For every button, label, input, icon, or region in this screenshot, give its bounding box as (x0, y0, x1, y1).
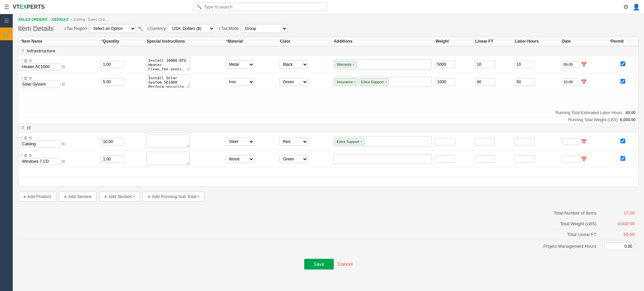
row-drag-icon[interactable]: ⠿ (20, 136, 23, 140)
weight-input[interactable] (435, 78, 455, 86)
row-delete-icon[interactable]: 🗑 (24, 58, 28, 63)
weight-input[interactable] (435, 138, 455, 145)
color-select[interactable]: BlackGreenRedBlueWhite (279, 155, 308, 163)
special-instructions-textarea[interactable]: Install Solar System SE1000 Perform secu… (146, 75, 190, 88)
item-name-input[interactable] (20, 158, 60, 165)
item-name-input[interactable] (20, 63, 60, 70)
linear-ft-input[interactable] (475, 78, 495, 86)
currency-label: ℹ Currency (147, 26, 166, 31)
row-drag-icon[interactable]: ⠿ (20, 76, 23, 81)
labor-hours-input[interactable] (515, 78, 535, 86)
special-instructions-textarea[interactable] (146, 134, 190, 148)
color-select[interactable]: BlackGreenRedBlueWhite (279, 60, 308, 68)
color-select[interactable]: BlackGreenRedBlueWhite (279, 138, 308, 146)
add-section-button[interactable]: + Add Section ▾ (99, 192, 140, 202)
additions-container: Extra Support × (333, 137, 432, 147)
item-name-cell: ⠿ 🗑 ⚙ ⧉ (18, 73, 99, 91)
row-delete-icon[interactable]: 🗑 (24, 153, 28, 158)
add-service-button[interactable]: + Add Service (59, 192, 97, 202)
calendar-icon[interactable]: 📅 (581, 156, 587, 162)
labor-hours-input[interactable] (515, 61, 535, 68)
currency-select[interactable]: USA, Dollars ($) (168, 24, 215, 33)
search-bar: 🔍 (193, 3, 327, 11)
row-drag-icon[interactable]: ⠿ (20, 153, 23, 158)
tax-mode-select[interactable]: Group (240, 24, 287, 33)
calendar-icon[interactable]: 📅 (581, 139, 587, 144)
linear-ft-cell (473, 150, 513, 168)
material-select[interactable]: MetalIronSteelWoodAluminum (226, 155, 254, 163)
quantity-input[interactable] (101, 61, 124, 68)
linear-ft-input[interactable] (475, 138, 495, 145)
row-settings-icon[interactable]: ⚙ (29, 76, 32, 81)
linear-ft-input[interactable] (475, 155, 495, 163)
quantity-input[interactable] (101, 78, 124, 86)
row-drag-icon[interactable]: ⠿ (20, 58, 23, 63)
tag-remove-button[interactable]: × (354, 80, 356, 84)
special-instructions-textarea[interactable] (146, 152, 190, 165)
currency-field: ℹ Currency USA, Dollars ($) (147, 24, 215, 33)
tax-region-select[interactable]: Select an Option (89, 24, 136, 33)
sidebar-menu-icon[interactable]: ☰ (0, 14, 13, 27)
section-drag-handle[interactable]: ⠿ (21, 48, 24, 53)
material-select[interactable]: MetalIronSteelWoodAluminum (226, 78, 254, 86)
material-select[interactable]: MetalIronSteelWoodAluminum (226, 60, 254, 68)
wrench-icon[interactable]: 🔧 (138, 26, 143, 31)
row-delete-icon[interactable]: 🗑 (24, 76, 28, 81)
cancel-button[interactable]: Cancel (338, 259, 353, 270)
item-name-input[interactable] (20, 81, 60, 88)
quantity-input[interactable] (101, 138, 124, 145)
labor-hours-input[interactable] (515, 138, 535, 145)
row-delete-icon[interactable]: 🗑 (24, 136, 28, 140)
stack-icon[interactable]: ⧉ (62, 141, 65, 146)
save-button[interactable]: Save (304, 259, 334, 270)
col-item-name: *Item Name (18, 37, 99, 46)
date-input[interactable] (562, 61, 580, 68)
search-input[interactable] (204, 4, 323, 9)
calendar-icon[interactable]: 📅 (581, 79, 587, 85)
weight-input[interactable] (435, 155, 455, 163)
row-settings-icon[interactable]: ⚙ (29, 58, 32, 63)
stack-icon[interactable]: ⧉ (62, 64, 65, 69)
date-input[interactable] (562, 79, 580, 85)
tag-label: Warranty (337, 62, 352, 66)
breadcrumb-default[interactable]: Default (52, 17, 69, 21)
stack-icon[interactable]: ⧉ (62, 82, 65, 87)
add-running-sub-total-button[interactable]: + Add Running Sub Total ▾ (143, 192, 204, 202)
user-icon[interactable]: 👤 (633, 3, 640, 11)
section-drag-handle[interactable]: ⠿ (21, 126, 24, 131)
permit-checkbox[interactable] (621, 61, 625, 66)
table-row: ⠿ 🗑 ⚙ ⧉ MetalIronSteelWoodAluminum (18, 133, 638, 150)
linear-ft-input[interactable] (475, 61, 495, 68)
permit-checkbox[interactable] (621, 139, 625, 143)
special-instructions-textarea[interactable]: Install 10000 BTU Heater Clean the vents (146, 57, 190, 70)
permit-checkbox[interactable] (621, 79, 625, 84)
summary-value-input[interactable] (604, 243, 635, 250)
main-content: SALES ORDERS > Default > Editing : Sales… (13, 14, 644, 291)
breadcrumb-sales-orders[interactable]: SALES ORDERS (18, 17, 47, 21)
material-select[interactable]: MetalIronSteelWoodAluminum (226, 138, 254, 146)
weight-input[interactable] (435, 61, 455, 68)
hamburger-menu[interactable]: ☰ (4, 3, 9, 11)
tag-remove-button[interactable]: × (353, 62, 355, 66)
sidebar-cart-icon[interactable]: 🛒 (0, 28, 13, 40)
settings-icon[interactable]: ⚙ (623, 3, 629, 11)
add-product-button[interactable]: + Add Product (18, 192, 56, 202)
tag-remove-button[interactable]: × (385, 80, 387, 84)
weight-cell (433, 56, 473, 73)
color-cell: BlackGreenRedBlueWhite (278, 73, 332, 91)
row-settings-icon[interactable]: ⚙ (29, 136, 32, 140)
color-select[interactable]: BlackGreenRedBlueWhite (279, 78, 308, 86)
permit-checkbox[interactable] (621, 156, 625, 161)
date-input[interactable] (562, 138, 580, 145)
date-input[interactable] (562, 156, 580, 162)
calendar-icon[interactable]: 📅 (581, 62, 587, 67)
row-settings-icon[interactable]: ⚙ (29, 153, 32, 158)
table-header-row: *Item Name *Quantity Special Instruction… (18, 37, 638, 46)
tag-remove-button[interactable]: × (360, 140, 362, 144)
labor-hours-input[interactable] (515, 155, 535, 163)
item-name-input[interactable] (20, 140, 60, 148)
section-row: ⠿ Infrastructure (18, 46, 638, 56)
action-buttons: Save Cancel (18, 253, 639, 276)
stack-icon[interactable]: ⧉ (62, 159, 65, 164)
quantity-input[interactable] (101, 155, 124, 163)
